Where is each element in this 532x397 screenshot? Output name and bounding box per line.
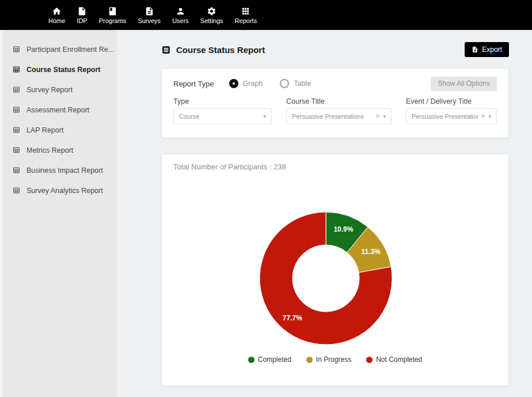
sidebar-item-business-impact-report[interactable]: Business Impact Report xyxy=(0,160,117,180)
chart-panel: Total Number of Participants : 238 10.9%… xyxy=(161,154,509,386)
nav-item-programs[interactable]: Programs xyxy=(99,6,127,24)
field-label: Event / Delivery Title xyxy=(406,97,497,105)
chevron-down-icon[interactable]: ▾ xyxy=(488,114,491,119)
nav-item-label: Programs xyxy=(99,17,127,24)
table-icon xyxy=(13,66,20,73)
sidebar-item-participant-enrollment-re[interactable]: Participant Enrollment Re... xyxy=(0,39,117,59)
sidebar-item-course-status-report[interactable]: Course Status Report xyxy=(0,59,117,80)
table-icon xyxy=(13,126,20,134)
legend-label: Not Completed xyxy=(376,356,422,364)
users-person-icon xyxy=(176,6,185,16)
sidebar-item-label: Course Status Report xyxy=(26,66,101,74)
clear-selection-icon[interactable]: × xyxy=(481,112,485,120)
nav-item-users[interactable]: Users xyxy=(172,6,189,24)
filter-fields-row: TypeCourse▾Course TitlePersuasive Presen… xyxy=(173,97,497,124)
page-header: Course Status Report Export xyxy=(161,39,509,60)
report-type-label: Report Type xyxy=(173,80,214,88)
filter-field-type: TypeCourse▾ xyxy=(173,97,272,124)
top-navigation-bar: HomeIDPProgramsSurveysUsersSettingsRepor… xyxy=(0,0,532,30)
radio-label: Graph xyxy=(243,80,263,88)
nav-item-surveys[interactable]: Surveys xyxy=(138,6,161,24)
table-icon xyxy=(13,187,20,194)
legend-item-not-completed[interactable]: Not Completed xyxy=(366,356,422,364)
settings-gear-icon xyxy=(207,6,216,16)
top-nav-items: HomeIDPProgramsSurveysUsersSettingsRepor… xyxy=(48,6,257,24)
table-icon xyxy=(13,146,20,154)
radio-label: Table xyxy=(294,80,311,88)
nav-item-label: Users xyxy=(172,17,189,24)
donut-slice-label: 10.9% xyxy=(333,225,353,233)
report-type-row: Report Type GraphTable Show All Options xyxy=(173,76,497,91)
sidebar-item-label: Metrics Report xyxy=(26,146,73,154)
field-label: Course Title xyxy=(286,97,392,105)
report-type-radio-group: GraphTable xyxy=(229,79,311,88)
chevron-down-icon[interactable]: ▾ xyxy=(264,114,267,119)
table-icon xyxy=(13,46,20,53)
donut-slice-label: 11.3% xyxy=(361,248,381,256)
sidebar-item-label: Survey Analytics Report xyxy=(26,187,103,195)
legend-label: In Progress xyxy=(316,356,351,364)
export-button[interactable]: Export xyxy=(465,42,509,57)
sidebar-report-list: Participant Enrollment Re...Course Statu… xyxy=(0,30,117,201)
sidebar-item-label: Assessment Report xyxy=(26,106,89,114)
select-type[interactable]: Course▾ xyxy=(173,108,272,124)
legend-label: Completed xyxy=(258,356,291,364)
chevron-down-icon[interactable]: ▾ xyxy=(383,114,386,119)
nav-item-label: Surveys xyxy=(138,17,161,24)
donut-slice-label: 77.7% xyxy=(283,314,302,322)
surveys-doc-icon xyxy=(145,6,154,16)
legend-dot-icon xyxy=(306,357,313,363)
table-icon xyxy=(13,106,20,114)
field-label: Type xyxy=(173,97,272,105)
filter-panel: Report Type GraphTable Show All Options … xyxy=(161,68,509,138)
filter-field-event-delivery-title: Event / Delivery TitlePersuasive Present… xyxy=(406,97,497,124)
legend-item-in-progress[interactable]: In Progress xyxy=(306,356,351,364)
nav-item-label: IDP xyxy=(77,17,87,24)
report-type-radio-table[interactable]: Table xyxy=(280,79,311,88)
nav-item-label: Settings xyxy=(200,17,223,24)
programs-book-icon xyxy=(108,6,117,16)
sidebar-item-survey-analytics-report[interactable]: Survey Analytics Report xyxy=(0,180,117,201)
nav-item-settings[interactable]: Settings xyxy=(200,6,223,24)
export-file-icon xyxy=(472,46,478,53)
sidebar-scrollbar[interactable] xyxy=(0,30,3,397)
legend-item-completed[interactable]: Completed xyxy=(248,356,291,364)
total-participants-label: Total Number of Participants : 238 xyxy=(173,162,497,171)
report-type-radio-graph[interactable]: Graph xyxy=(229,79,263,88)
export-button-label: Export xyxy=(482,46,502,54)
sidebar-item-label: LAP Report xyxy=(26,126,63,134)
donut-chart-area: 10.9%11.3%77.7% xyxy=(173,171,497,353)
reports-grid-icon xyxy=(241,6,250,16)
filter-field-course-title: Course TitlePersuasive Presentations×▾ xyxy=(286,97,392,124)
table-icon xyxy=(13,167,20,174)
sidebar-item-survey-report[interactable]: Survey Report xyxy=(0,80,117,100)
clear-selection-icon[interactable]: × xyxy=(375,112,379,120)
table-icon xyxy=(13,86,20,93)
select-event-delivery-title[interactable]: Persuasive Presentations-S-1×▾ xyxy=(406,108,497,124)
show-all-options-button[interactable]: Show All Options xyxy=(431,77,497,91)
sidebar-item-label: Participant Enrollment Re... xyxy=(26,46,114,54)
select-course-title[interactable]: Persuasive Presentations×▾ xyxy=(286,108,392,124)
sidebar-item-label: Business Impact Report xyxy=(26,167,103,175)
nav-item-label: Reports xyxy=(235,17,257,24)
sidebar-item-lap-report[interactable]: LAP Report xyxy=(0,120,117,140)
legend-dot-icon xyxy=(248,357,254,363)
radio-unselected-icon[interactable] xyxy=(280,79,289,88)
radio-selected-icon[interactable] xyxy=(229,79,238,88)
page-title: Course Status Report xyxy=(176,45,465,55)
nav-item-idp[interactable]: IDP xyxy=(77,6,87,24)
nav-item-reports[interactable]: Reports xyxy=(235,6,257,24)
select-value: Persuasive Presentations xyxy=(292,113,373,120)
sidebar: Participant Enrollment Re...Course Statu… xyxy=(0,30,117,397)
nav-item-home[interactable]: Home xyxy=(48,6,65,24)
nav-item-label: Home xyxy=(48,17,65,24)
legend-dot-icon xyxy=(366,357,373,363)
idp-file-icon xyxy=(77,6,87,16)
sidebar-item-metrics-report[interactable]: Metrics Report xyxy=(0,140,117,160)
select-value: Course xyxy=(179,113,264,120)
home-icon xyxy=(52,6,62,16)
report-list-icon xyxy=(161,45,171,55)
sidebar-item-assessment-report[interactable]: Assessment Report xyxy=(0,100,117,120)
app-root: HomeIDPProgramsSurveysUsersSettingsRepor… xyxy=(0,0,532,397)
course-status-donut-chart: 10.9%11.3%77.7% xyxy=(173,171,497,351)
